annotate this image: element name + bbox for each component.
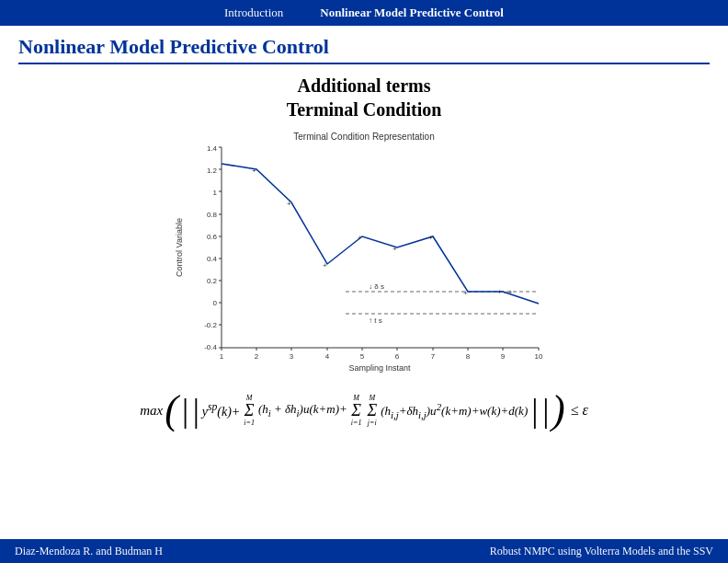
chart-container: Terminal Condition Representation Contro… — [171, 127, 557, 375]
terminal-condition-chart: Terminal Condition Representation Contro… — [171, 127, 557, 375]
svg-text:0.8: 0.8 — [207, 211, 218, 219]
main-content: Nonlinear Model Predictive Control Addit… — [0, 26, 728, 443]
svg-text:Control Variable: Control Variable — [175, 218, 184, 277]
header-section1: Introduction — [224, 6, 283, 20]
math-sum1-term: (hi + δhi)u(k+m)+ — [258, 402, 347, 419]
svg-text:+: + — [428, 234, 433, 242]
svg-text:9: 9 — [501, 352, 506, 361]
formula-area: max ( | | ysp(k)+ M Σ i=1 (hi + δhi)u(k+… — [18, 381, 710, 436]
svg-text:3: 3 — [290, 352, 294, 361]
svg-text:↓ δ s: ↓ δ s — [369, 282, 384, 291]
svg-text:0.4: 0.4 — [207, 255, 218, 263]
svg-text:+: + — [358, 234, 362, 242]
math-sum2a: M Σ i=1 — [351, 394, 362, 427]
header-bar: Introduction Nonlinear Model Predictive … — [0, 0, 728, 26]
svg-text:7: 7 — [431, 352, 436, 361]
slide-content: Additional terms Terminal Condition Term… — [18, 70, 710, 436]
math-big-lparen: ( — [165, 390, 178, 431]
svg-text:1: 1 — [220, 352, 224, 361]
footer-bar: Diaz-Mendoza R. and Budman H Robust NMPC… — [0, 539, 728, 563]
math-sum2b: M Σ j=i — [367, 394, 377, 427]
math-max: max — [140, 403, 163, 419]
svg-text:1.4: 1.4 — [207, 144, 218, 153]
footer-left: Diaz-Mendoza R. and Budman H — [15, 545, 163, 558]
svg-text:4: 4 — [325, 352, 330, 361]
svg-text:1.2: 1.2 — [207, 167, 218, 175]
svg-text:Sampling Instant: Sampling Instant — [348, 363, 411, 373]
svg-text:Terminal Condition Representat: Terminal Condition Representation — [293, 132, 434, 142]
math-ysp: ysp(k)+ — [202, 401, 241, 419]
svg-text:0.2: 0.2 — [207, 277, 218, 285]
math-abs-right2: | — [540, 394, 550, 427]
math-leq-epsilon: ≤ ε — [571, 402, 588, 419]
svg-text:+: + — [392, 245, 397, 253]
math-abs-left: | — [180, 394, 189, 427]
svg-text:2: 2 — [255, 352, 259, 361]
math-abs-right: | — [529, 394, 539, 427]
svg-text:+ - +: + - + — [497, 288, 513, 296]
heading-line1: Additional terms — [298, 75, 431, 96]
svg-text:1: 1 — [213, 189, 218, 197]
svg-text:-0.2: -0.2 — [204, 321, 217, 329]
page-title: Nonlinear Model Predictive Control — [18, 35, 710, 64]
svg-text:↑ t s: ↑ t s — [369, 316, 382, 325]
math-sum1: M Σ i=1 — [244, 394, 255, 427]
math-sum2-term: (hi,j+δhi,j)u2(k+m)+w(k)+d(k) — [381, 401, 528, 420]
footer-right: Robust NMPC using Volterra Models and th… — [490, 545, 713, 558]
svg-text:0.6: 0.6 — [207, 233, 218, 241]
svg-text:+: + — [323, 261, 327, 270]
math-abs-left2: | — [191, 394, 200, 427]
heading-line2: Terminal Condition — [287, 99, 442, 120]
svg-text:+: + — [463, 289, 468, 297]
svg-text:+: + — [287, 200, 291, 208]
svg-text:0: 0 — [213, 299, 218, 307]
svg-text:+: + — [252, 167, 256, 175]
slide-heading: Additional terms Terminal Condition — [287, 74, 442, 121]
svg-text:8: 8 — [466, 352, 471, 361]
header-section2: Nonlinear Model Predictive Control — [320, 6, 504, 20]
svg-text:10: 10 — [535, 352, 543, 361]
math-formula: max ( | | ysp(k)+ M Σ i=1 (hi + δhi)u(k+… — [33, 390, 695, 431]
svg-text:-0.4: -0.4 — [204, 343, 217, 351]
svg-text:5: 5 — [360, 352, 365, 361]
math-big-rparen: ) — [552, 390, 565, 431]
svg-text:6: 6 — [395, 352, 400, 361]
